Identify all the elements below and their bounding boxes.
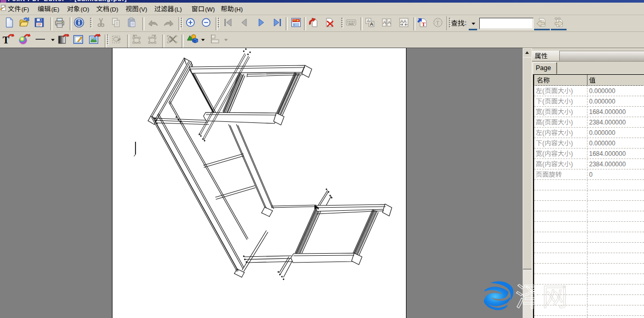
svg-text:): ) — [571, 129, 573, 137]
svg-text:(O): (O) — [81, 6, 89, 13]
svg-text:): ) — [571, 150, 573, 157]
svg-text:Page: Page — [536, 64, 551, 72]
svg-text:0.000000: 0.000000 — [589, 140, 615, 147]
svg-text:2384.000000: 2384.000000 — [589, 161, 626, 168]
svg-text:(: ( — [543, 161, 545, 168]
svg-text::: : — [465, 19, 467, 27]
svg-text:): ) — [571, 119, 573, 126]
svg-text:): ) — [571, 161, 573, 168]
svg-text:0.000000: 0.000000 — [589, 129, 615, 137]
svg-text:2384.000000: 2384.000000 — [589, 119, 626, 126]
svg-text:): ) — [571, 140, 573, 147]
svg-text:(: ( — [543, 98, 545, 105]
svg-text:(H): (H) — [234, 6, 243, 13]
svg-text:1684.000000: 1684.000000 — [589, 108, 626, 116]
svg-text:(: ( — [543, 140, 545, 147]
svg-text:0: 0 — [589, 171, 593, 178]
svg-text:): ) — [571, 98, 573, 105]
svg-text:): ) — [571, 87, 573, 95]
svg-text:(V): (V) — [139, 6, 148, 13]
svg-text:(W): (W) — [205, 6, 215, 13]
svg-text:1684.000000: 1684.000000 — [589, 150, 626, 157]
svg-text:(D): (D) — [110, 6, 118, 13]
svg-text:(E): (E) — [51, 6, 60, 13]
svg-text:(: ( — [543, 119, 545, 126]
svg-text:(: ( — [543, 87, 545, 95]
svg-text:0.000000: 0.000000 — [589, 87, 615, 95]
svg-text:(: ( — [543, 129, 545, 137]
svg-text:(L): (L) — [175, 6, 182, 13]
svg-text:): ) — [571, 108, 573, 116]
svg-text:(F): (F) — [21, 6, 29, 13]
svg-text:(: ( — [543, 150, 545, 157]
svg-text:(: ( — [543, 108, 545, 116]
svg-text:0.000000: 0.000000 — [589, 98, 615, 105]
